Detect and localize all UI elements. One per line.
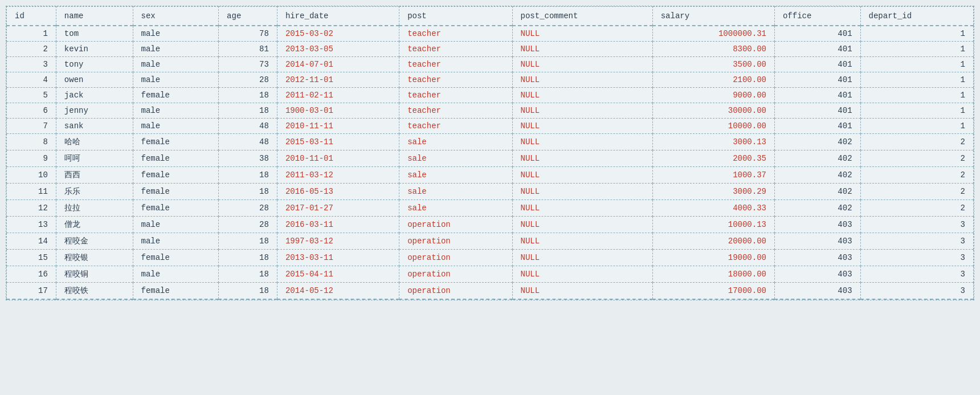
cell-name: 拉拉 xyxy=(56,200,133,217)
cell-name: 哈哈 xyxy=(56,134,133,150)
cell-id: 11 xyxy=(7,184,56,200)
cell-id: 17 xyxy=(7,283,56,300)
cell-age: 18 xyxy=(219,184,277,200)
cell-name: sank xyxy=(56,119,133,134)
cell-salary: 4000.33 xyxy=(652,200,774,217)
cell-hire_date: 2015-03-02 xyxy=(277,26,399,42)
cell-salary: 3000.29 xyxy=(652,184,774,200)
cell-salary: 1000000.31 xyxy=(652,26,774,42)
cell-id: 13 xyxy=(7,217,56,233)
cell-office: 402 xyxy=(774,200,860,217)
cell-post: sale xyxy=(399,134,512,150)
cell-depart_id: 1 xyxy=(860,103,973,119)
table-body: 1tommale782015-03-02teacherNULL1000000.3… xyxy=(7,26,974,299)
cell-post_comment: NULL xyxy=(512,42,652,57)
cell-age: 28 xyxy=(219,217,277,233)
cell-office: 403 xyxy=(774,283,860,300)
cell-id: 4 xyxy=(7,72,56,88)
cell-post_comment: NULL xyxy=(512,250,652,266)
cell-office: 402 xyxy=(774,134,860,150)
cell-office: 403 xyxy=(774,233,860,250)
cell-sex: male xyxy=(133,57,219,72)
cell-id: 14 xyxy=(7,233,56,250)
cell-id: 7 xyxy=(7,119,56,134)
cell-post_comment: NULL xyxy=(512,88,652,103)
cell-age: 18 xyxy=(219,167,277,184)
cell-depart_id: 3 xyxy=(860,250,973,266)
cell-id: 15 xyxy=(7,250,56,266)
cell-office: 401 xyxy=(774,103,860,119)
col-header-id: id xyxy=(7,7,56,26)
cell-post_comment: NULL xyxy=(512,217,652,233)
cell-age: 18 xyxy=(219,103,277,119)
cell-age: 28 xyxy=(219,200,277,217)
table-row: 6jennymale181900-03-01teacherNULL30000.0… xyxy=(7,103,974,119)
cell-depart_id: 1 xyxy=(860,72,973,88)
cell-sex: male xyxy=(133,266,219,283)
col-header-salary: salary xyxy=(652,7,774,26)
table-row: 12拉拉female282017-01-27saleNULL4000.33402… xyxy=(7,200,974,217)
col-header-post-comment: post_comment xyxy=(512,7,652,26)
table-row: 1tommale782015-03-02teacherNULL1000000.3… xyxy=(7,26,974,42)
cell-post: sale xyxy=(399,167,512,184)
cell-post: teacher xyxy=(399,57,512,72)
cell-post_comment: NULL xyxy=(512,184,652,200)
table-row: 11乐乐female182016-05-13saleNULL3000.29402… xyxy=(7,184,974,200)
cell-sex: male xyxy=(133,233,219,250)
cell-salary: 2000.35 xyxy=(652,150,774,167)
cell-salary: 17000.00 xyxy=(652,283,774,300)
col-header-name: name xyxy=(56,7,133,26)
cell-post_comment: NULL xyxy=(512,200,652,217)
cell-hire_date: 2010-11-11 xyxy=(277,119,399,134)
col-header-sex: sex xyxy=(133,7,219,26)
cell-age: 73 xyxy=(219,57,277,72)
cell-hire_date: 2013-03-05 xyxy=(277,42,399,57)
cell-sex: male xyxy=(133,119,219,134)
cell-salary: 10000.13 xyxy=(652,217,774,233)
cell-post_comment: NULL xyxy=(512,72,652,88)
table-row: 16程咬铜male182015-04-11operationNULL18000.… xyxy=(7,266,974,283)
cell-hire_date: 2014-05-12 xyxy=(277,283,399,300)
cell-depart_id: 2 xyxy=(860,200,973,217)
cell-id: 10 xyxy=(7,167,56,184)
cell-office: 402 xyxy=(774,167,860,184)
table-row: 9呵呵female382010-11-01saleNULL2000.354022 xyxy=(7,150,974,167)
cell-age: 18 xyxy=(219,283,277,300)
cell-hire_date: 2017-01-27 xyxy=(277,200,399,217)
cell-id: 9 xyxy=(7,150,56,167)
col-header-hire-date: hire_date xyxy=(277,7,399,26)
cell-office: 401 xyxy=(774,57,860,72)
table-row: 8哈哈female482015-03-11saleNULL3000.134022 xyxy=(7,134,974,150)
cell-sex: male xyxy=(133,72,219,88)
cell-post: operation xyxy=(399,217,512,233)
cell-post_comment: NULL xyxy=(512,119,652,134)
cell-salary: 8300.00 xyxy=(652,42,774,57)
cell-salary: 2100.00 xyxy=(652,72,774,88)
cell-post: teacher xyxy=(399,103,512,119)
cell-sex: male xyxy=(133,26,219,42)
cell-depart_id: 2 xyxy=(860,184,973,200)
cell-name: 西西 xyxy=(56,167,133,184)
cell-name: 僧龙 xyxy=(56,217,133,233)
table-row: 10西西female182011-03-12saleNULL1000.37402… xyxy=(7,167,974,184)
cell-id: 16 xyxy=(7,266,56,283)
cell-depart_id: 1 xyxy=(860,26,973,42)
cell-depart_id: 3 xyxy=(860,283,973,300)
cell-sex: female xyxy=(133,88,219,103)
cell-name: tony xyxy=(56,57,133,72)
cell-hire_date: 2010-11-01 xyxy=(277,150,399,167)
cell-id: 12 xyxy=(7,200,56,217)
cell-age: 28 xyxy=(219,72,277,88)
cell-hire_date: 1900-03-01 xyxy=(277,103,399,119)
cell-post: teacher xyxy=(399,72,512,88)
cell-salary: 30000.00 xyxy=(652,103,774,119)
cell-post_comment: NULL xyxy=(512,167,652,184)
cell-office: 401 xyxy=(774,119,860,134)
cell-office: 401 xyxy=(774,72,860,88)
cell-post: teacher xyxy=(399,26,512,42)
cell-id: 2 xyxy=(7,42,56,57)
cell-sex: female xyxy=(133,283,219,300)
cell-salary: 3000.13 xyxy=(652,134,774,150)
cell-post: sale xyxy=(399,184,512,200)
cell-sex: female xyxy=(133,200,219,217)
